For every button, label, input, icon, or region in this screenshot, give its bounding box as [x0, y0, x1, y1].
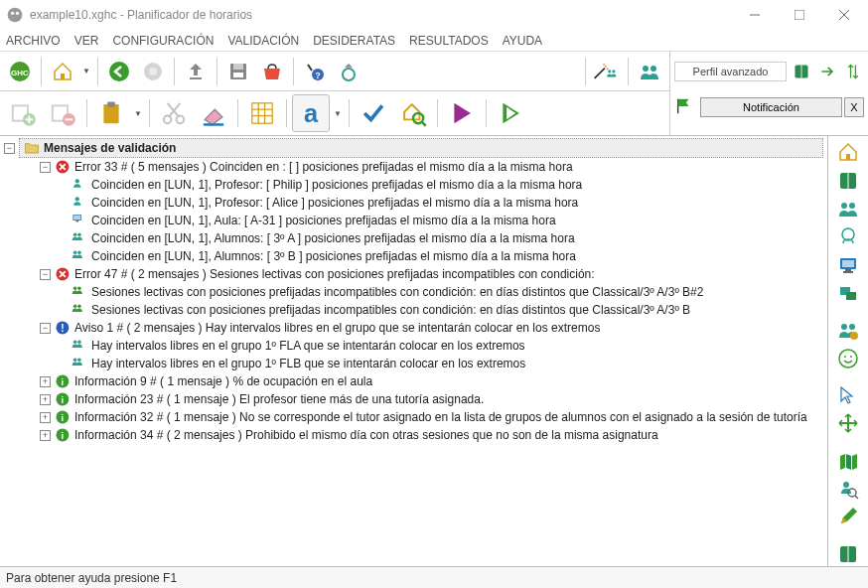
- side-book2-icon[interactable]: [833, 541, 863, 565]
- svg-point-71: [11, 12, 14, 15]
- tree-row[interactable]: −Error 33 # ( 5 mensajes ) Coinciden en …: [4, 158, 823, 176]
- profile-book-icon[interactable]: [791, 61, 812, 82]
- menu-bar: ARCHIVO VER CONFIGURACIÓN VALIDACIÓN DES…: [0, 30, 868, 52]
- menu-desideratas[interactable]: DESIDERATAS: [313, 34, 395, 48]
- root-expander[interactable]: −: [4, 143, 15, 154]
- info-icon: [55, 427, 71, 443]
- group-icon: [72, 230, 87, 246]
- expander-icon[interactable]: +: [40, 376, 51, 387]
- profile-arrow-icon[interactable]: [816, 61, 838, 82]
- tree-row[interactable]: Sesiones lectivas con posiciones prefija…: [4, 301, 823, 319]
- expander-icon[interactable]: +: [40, 394, 51, 405]
- tree-row[interactable]: Coinciden en [LUN, 1], Alumnos: [ 3º A ]…: [4, 229, 823, 247]
- tree-label: Sesiones lectivas con posiciones prefija…: [91, 303, 690, 317]
- side-search-person-icon[interactable]: [833, 477, 863, 501]
- expander-icon[interactable]: +: [40, 412, 51, 423]
- menu-ayuda[interactable]: AYUDA: [503, 34, 542, 48]
- check-button[interactable]: [355, 94, 392, 132]
- notification-button[interactable]: Notificación: [700, 97, 842, 117]
- tree-row[interactable]: +Información 32 # ( 1 mensaje ) No se co…: [4, 408, 823, 426]
- tree-row[interactable]: +Información 34 # ( 2 mensajes ) Prohibi…: [4, 426, 823, 444]
- side-head-icon[interactable]: [833, 224, 863, 248]
- home-dropdown[interactable]: ▼: [80, 67, 92, 75]
- side-smile-icon[interactable]: [833, 347, 863, 370]
- tree-row[interactable]: Coinciden en [LUN, 1], Alumnos: [ 3º B ]…: [4, 247, 823, 265]
- tree-row[interactable]: Coinciden en [LUN, 1], Profesor: [ Phili…: [4, 176, 823, 194]
- expander-icon[interactable]: +: [40, 430, 51, 441]
- group-green-icon: [72, 284, 87, 300]
- close-button[interactable]: [821, 0, 866, 30]
- tree-row[interactable]: Hay intervalos libres en el grupo 1º FLB…: [4, 355, 823, 372]
- svg-point-77: [850, 332, 858, 340]
- play-purple-button[interactable]: [443, 94, 481, 132]
- tree-panel: − Mensajes de validación −Error 33 # ( 5…: [0, 136, 828, 566]
- tree-row[interactable]: Hay intervalos libres en el grupo 1º FLA…: [4, 337, 823, 355]
- svg-point-72: [16, 12, 19, 15]
- tree-label: Información 23 # ( 1 mensaje ) El profes…: [74, 392, 484, 406]
- profile-sort-icon[interactable]: [842, 61, 864, 82]
- maximize-button[interactable]: [777, 0, 821, 30]
- forward-button: [137, 56, 169, 87]
- play-green-button[interactable]: [492, 94, 529, 132]
- wand-people-button[interactable]: [591, 56, 623, 87]
- profile-label[interactable]: Perfil avanzado: [674, 62, 787, 81]
- add-block-button: [4, 94, 42, 132]
- svg-rect-74: [795, 10, 804, 20]
- tree-label: Error 33 # ( 5 mensajes ) Coinciden en :…: [74, 160, 573, 174]
- side-book-icon[interactable]: [833, 168, 863, 192]
- notification-close-button[interactable]: X: [844, 97, 864, 117]
- paste-button[interactable]: [92, 94, 130, 132]
- letter-dropdown[interactable]: ▼: [332, 109, 344, 118]
- back-button[interactable]: [103, 56, 135, 87]
- side-books-icon[interactable]: [833, 448, 863, 472]
- side-cross-icon[interactable]: [833, 411, 863, 435]
- ghc-icon[interactable]: [4, 56, 36, 87]
- tree-row[interactable]: Coinciden en [LUN, 1], Profesor: [ Alice…: [4, 194, 823, 212]
- refresh-person-button[interactable]: [333, 56, 364, 87]
- home-button[interactable]: [47, 56, 78, 87]
- side-pencil-icon[interactable]: [833, 505, 863, 528]
- menu-validacion[interactable]: VALIDACIÓN: [227, 34, 299, 48]
- titlebar: example10.xghc - Planificador de horario…: [0, 0, 868, 30]
- help-pointer-button[interactable]: [299, 56, 331, 87]
- paste-dropdown[interactable]: ▼: [132, 109, 144, 118]
- eraser-button[interactable]: [195, 94, 232, 132]
- side-monitor-icon[interactable]: [833, 253, 863, 277]
- right-panel: Perfil avanzado Notificación X: [669, 52, 868, 135]
- side-multigroup-icon[interactable]: [833, 318, 863, 342]
- upload-button[interactable]: [180, 56, 212, 87]
- tree-row[interactable]: Sesiones lectivas con posiciones prefija…: [4, 283, 823, 301]
- remove-block-button: [44, 94, 81, 132]
- tree-row[interactable]: +Información 23 # ( 1 mensaje ) El profe…: [4, 390, 823, 408]
- letter-button[interactable]: [292, 94, 330, 132]
- cut-button: [155, 94, 193, 132]
- app-icon: [6, 6, 24, 24]
- side-people-icon[interactable]: [833, 197, 863, 220]
- tree-row[interactable]: Coinciden en [LUN, 1], Aula: [ A-31 ] po…: [4, 212, 823, 229]
- save-button[interactable]: [222, 56, 254, 87]
- tree-row[interactable]: +Información 9 # ( 1 mensaje ) % de ocup…: [4, 372, 823, 390]
- expander-icon[interactable]: −: [40, 162, 51, 173]
- tree-row[interactable]: −Error 47 # ( 2 mensajes ) Sesiones lect…: [4, 265, 823, 283]
- side-home-icon[interactable]: [833, 140, 863, 164]
- tree-row[interactable]: −Aviso 1 # ( 2 mensajes ) Hay intervalos…: [4, 319, 823, 337]
- menu-configuracion[interactable]: CONFIGURACIÓN: [112, 34, 214, 48]
- flag-icon: [674, 96, 698, 119]
- expander-icon[interactable]: −: [40, 323, 51, 334]
- side-cursor-icon[interactable]: [833, 383, 863, 407]
- side-icon-bar: [828, 136, 868, 566]
- tree-label: Coinciden en [LUN, 1], Profesor: [ Phili…: [91, 178, 582, 192]
- info-icon: [55, 391, 71, 407]
- tree-label: Hay intervalos libres en el grupo 1º FLB…: [91, 357, 525, 370]
- expander-icon[interactable]: −: [40, 269, 51, 280]
- minimize-button[interactable]: [732, 0, 777, 30]
- menu-ver[interactable]: VER: [74, 34, 99, 48]
- export-button[interactable]: [256, 56, 288, 87]
- menu-archivo[interactable]: ARCHIVO: [6, 34, 61, 48]
- search-house-button[interactable]: [394, 94, 432, 132]
- people-arrow-button[interactable]: [634, 56, 665, 87]
- side-windows-icon[interactable]: [833, 281, 863, 305]
- tree-label: Hay intervalos libres en el grupo 1º FLA…: [91, 339, 525, 353]
- menu-resultados[interactable]: RESULTADOS: [409, 34, 489, 48]
- grid-button[interactable]: [243, 94, 281, 132]
